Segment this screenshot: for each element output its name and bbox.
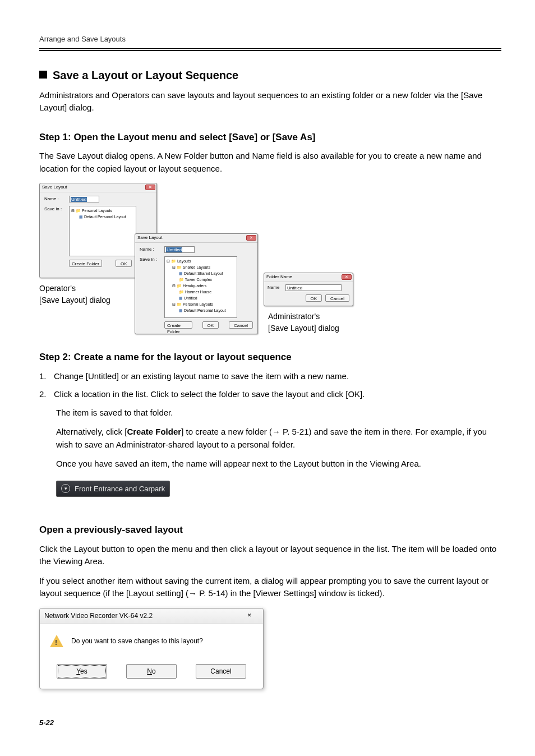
close-icon[interactable]: ✕ [342, 274, 352, 280]
ok-button[interactable]: OK [116, 260, 132, 267]
step2-item-2: 2.Click a location in the list. Click to… [39, 388, 501, 401]
step1-title: Step 1: Open the Layout menu and select … [39, 130, 501, 145]
dialog-title: Network Video Recorder VK-64 v2.2 [44, 611, 153, 621]
step2-note-3: Once you have saved an item, the name wi… [56, 458, 501, 471]
step2-item-1: 1.Change [Untitled] or an existing layou… [39, 370, 501, 383]
layout-name-label: Front Entrance and Carpark [75, 483, 165, 495]
create-folder-button[interactable]: Create Folder [69, 260, 102, 267]
open-prev-p2: If you select another item without savin… [39, 575, 501, 600]
folder-tree[interactable]: ⊟ 📁 Layouts ⊟ 📁 Shared Layouts ▦ Default… [164, 256, 237, 318]
step2-note-1: The item is saved to that folder. [56, 407, 501, 420]
folder-name-field[interactable]: Untitled [285, 284, 342, 291]
dialog-title: Folder Name [266, 274, 292, 280]
section-title: Save a Layout or Layout Sequence [39, 67, 501, 84]
name-field[interactable]: Untitled [69, 196, 99, 202]
name-label: Name : [140, 246, 161, 253]
page-number: 5-22 [39, 717, 501, 729]
layout-dropdown-button[interactable]: ▾ Front Entrance and Carpark [56, 481, 170, 497]
dialog-message: Do you want to save changes to this layo… [71, 636, 203, 646]
savein-label: Save in : [44, 206, 66, 213]
close-icon[interactable]: ✕ [246, 235, 256, 241]
operator-caption: Operator's [Save Layout] dialog [39, 283, 110, 306]
cancel-button[interactable]: Cancel [196, 664, 246, 679]
create-folder-button[interactable]: Create Folder [164, 321, 192, 329]
step1-paragraph: The Save Layout dialog opens. A New Fold… [39, 150, 501, 175]
dialog-title: Save Layout [137, 234, 162, 241]
admin-caption: Administrator's [Save Layout] dialog [268, 311, 339, 334]
page-header: Arrange and Save Layouts [39, 34, 501, 45]
folder-tree[interactable]: ⊟ 📁 Personal Layouts ▦ Default Personal … [69, 206, 136, 256]
cancel-button[interactable]: Cancel [229, 321, 253, 329]
warning-icon [50, 635, 63, 647]
close-icon[interactable]: ✕ [247, 612, 260, 620]
step2-title: Step 2: Create a name for the layout or … [39, 350, 501, 365]
name-label: Name : [44, 196, 66, 202]
savein-label: Save in : [140, 256, 161, 263]
open-prev-p1: Click the Layout button to open the menu… [39, 543, 501, 568]
ok-button[interactable]: OK [306, 294, 322, 302]
name-field[interactable]: Untitled [164, 246, 195, 253]
header-rule [39, 48, 501, 51]
chevron-down-icon: ▾ [61, 484, 70, 493]
save-changes-dialog: Network Video Recorder VK-64 v2.2 ✕ Do y… [39, 608, 264, 689]
folder-name-dialog: Folder Name ✕ Name Untitled OK Cancel [264, 273, 353, 306]
close-icon[interactable]: ✕ [145, 185, 155, 190]
open-prev-title: Open a previously-saved layout [39, 523, 501, 537]
step2-note-2: Alternatively, click [Create Folder] to … [56, 426, 501, 451]
admin-save-layout-dialog: Save Layout ✕ Name : Untitled Save in : … [135, 233, 258, 334]
intro-paragraph: Administrators and Operators can save la… [39, 89, 501, 114]
dialog-title: Save Layout [42, 184, 67, 191]
yes-button[interactable]: Yes [57, 664, 107, 679]
name-label: Name [268, 284, 282, 291]
cancel-button[interactable]: Cancel [325, 294, 349, 302]
no-button[interactable]: No [126, 664, 177, 679]
ok-button[interactable]: OK [202, 321, 219, 329]
